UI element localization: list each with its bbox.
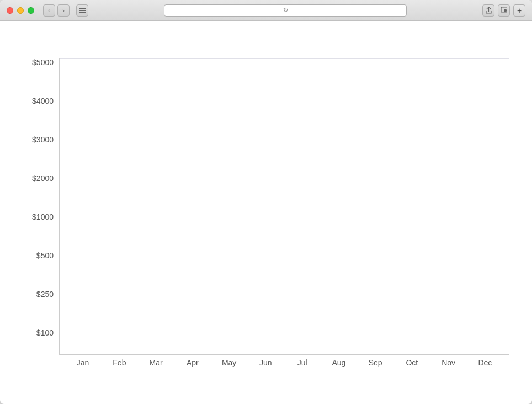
svg-rect-2 bbox=[79, 12, 86, 13]
x-axis-label: Oct bbox=[406, 358, 418, 367]
x-label-group: Feb bbox=[101, 358, 137, 367]
x-axis-label: Mar bbox=[150, 358, 163, 367]
chart-container: $5000$4000$3000$2000$1000$500$250$100 Ja… bbox=[23, 58, 509, 367]
x-axis-label: Aug bbox=[332, 358, 345, 367]
reload-icon: ↻ bbox=[283, 7, 288, 14]
address-bar-container: ↻ bbox=[93, 4, 478, 17]
x-label-group: Dec bbox=[467, 358, 503, 367]
x-label-group: Jun bbox=[247, 358, 284, 367]
titlebar: ‹ › ↻ bbox=[0, 0, 532, 21]
x-label-group: Jan bbox=[65, 358, 101, 367]
chart-body: JanFebMarAprMayJunJulAugSepOctNovDec bbox=[59, 58, 509, 367]
x-label-group: Sep bbox=[357, 358, 393, 367]
chart-area: $5000$4000$3000$2000$1000$500$250$100 Ja… bbox=[23, 58, 509, 367]
right-buttons: + bbox=[482, 4, 525, 17]
x-label-group: Oct bbox=[393, 358, 430, 367]
bars-and-grid bbox=[59, 58, 509, 355]
traffic-lights bbox=[7, 7, 34, 14]
y-axis-label: $3000 bbox=[32, 135, 54, 144]
y-axis-label: $100 bbox=[36, 328, 54, 337]
sidebar-toggle-button[interactable] bbox=[76, 4, 88, 17]
share-button[interactable] bbox=[482, 4, 494, 17]
maximize-button[interactable] bbox=[28, 7, 34, 14]
svg-rect-1 bbox=[79, 10, 86, 11]
svg-rect-0 bbox=[79, 8, 86, 9]
browser-window: ‹ › ↻ bbox=[0, 0, 532, 404]
x-label-group: Apr bbox=[174, 358, 211, 367]
close-button[interactable] bbox=[7, 7, 13, 14]
y-axis-label: $1000 bbox=[32, 212, 54, 221]
x-axis-label: Apr bbox=[187, 358, 199, 367]
bars-row bbox=[60, 58, 509, 354]
y-axis-label: $5000 bbox=[32, 58, 54, 67]
y-axis-label: $500 bbox=[36, 251, 54, 260]
browser-content: $5000$4000$3000$2000$1000$500$250$100 Ja… bbox=[0, 21, 532, 404]
window-controls bbox=[76, 4, 88, 17]
x-axis-label: Jun bbox=[259, 358, 272, 367]
x-label-group: May bbox=[211, 358, 247, 367]
y-axis-label: $250 bbox=[36, 290, 54, 299]
x-axis: JanFebMarAprMayJunJulAugSepOctNovDec bbox=[59, 358, 509, 367]
y-axis: $5000$4000$3000$2000$1000$500$250$100 bbox=[23, 58, 59, 367]
x-axis-label: Feb bbox=[113, 358, 126, 367]
x-axis-label: Dec bbox=[478, 358, 492, 367]
x-axis-label: Nov bbox=[441, 358, 455, 367]
svg-rect-4 bbox=[504, 9, 507, 12]
address-bar[interactable]: ↻ bbox=[164, 4, 407, 17]
pip-button[interactable] bbox=[498, 4, 510, 17]
nav-buttons: ‹ › bbox=[43, 4, 70, 17]
x-axis-label: Jan bbox=[77, 358, 89, 367]
x-label-group: Mar bbox=[138, 358, 174, 367]
x-axis-label: May bbox=[222, 358, 236, 367]
x-label-group: Jul bbox=[284, 358, 321, 367]
minimize-button[interactable] bbox=[17, 7, 24, 14]
back-button[interactable]: ‹ bbox=[43, 4, 55, 17]
y-axis-label: $4000 bbox=[32, 97, 54, 105]
y-axis-label: $2000 bbox=[32, 174, 54, 183]
x-axis-label: Sep bbox=[369, 358, 382, 367]
x-label-group: Nov bbox=[430, 358, 467, 367]
new-tab-button[interactable]: + bbox=[513, 4, 525, 17]
forward-button[interactable]: › bbox=[57, 4, 70, 17]
x-label-group: Aug bbox=[321, 358, 357, 367]
x-axis-label: Jul bbox=[297, 358, 307, 367]
